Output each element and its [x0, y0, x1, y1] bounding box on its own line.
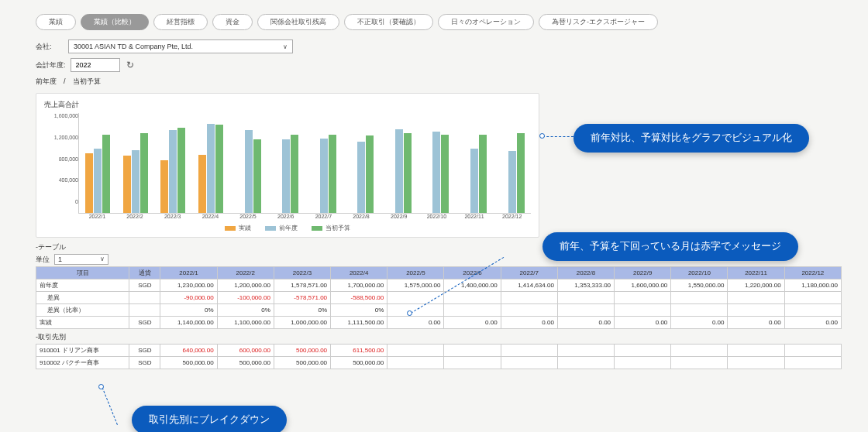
- col-header: 2022/2: [217, 267, 274, 279]
- cell: [557, 304, 614, 317]
- chart-plot: [78, 113, 531, 214]
- cell: 500,000.00: [160, 357, 217, 369]
- chart-y-axis: 1,600,0001,200,000800,000400,0000: [44, 113, 78, 214]
- bar: [432, 132, 440, 213]
- partner-table: 910001 ドリアン商事SGD640,000.00600,000.00500,…: [36, 344, 842, 369]
- bar: [140, 133, 148, 213]
- cell: 1,111,500.00: [331, 317, 388, 329]
- row-label: 差異: [36, 292, 129, 304]
- cell: 1,575,000.00: [388, 279, 444, 292]
- tab-6[interactable]: 日々のオペレーション: [438, 14, 534, 30]
- cell: 0.00: [557, 317, 614, 329]
- bar: [395, 129, 403, 213]
- col-header: 2022/1: [160, 267, 217, 279]
- partner-heading: -取引先別: [36, 332, 868, 342]
- bar: [253, 139, 261, 213]
- cell: 500,000.00: [331, 357, 388, 369]
- cell: [444, 345, 501, 357]
- cell: [388, 345, 444, 357]
- callout-graph: 前年対比、予算対比をグラフでビジュアル化: [574, 124, 809, 153]
- bar: [198, 155, 206, 213]
- cell: 500,000.00: [274, 345, 330, 357]
- cell: [728, 357, 784, 369]
- cell: [557, 357, 614, 369]
- col-header: 2022/5: [388, 267, 444, 279]
- bar: [366, 135, 374, 213]
- tab-1[interactable]: 業績（比較）: [81, 14, 149, 30]
- cell: 0.00: [671, 317, 728, 329]
- tab-4[interactable]: 関係会社取引残高: [257, 14, 339, 30]
- unit-label: 単位: [36, 255, 50, 265]
- col-header: 2022/10: [671, 267, 728, 279]
- bar: [207, 124, 215, 213]
- cell: 0.00: [784, 317, 841, 329]
- company-value: 30001 ASIAN TD & Company Pte, Ltd.: [74, 43, 193, 50]
- bar: [102, 135, 110, 213]
- cell: [784, 304, 841, 317]
- cell: 0.00: [388, 317, 444, 329]
- refresh-icon[interactable]: ↻: [126, 60, 134, 70]
- cell: 0.00: [615, 317, 671, 329]
- cell: [728, 345, 784, 357]
- cell: [444, 357, 501, 369]
- cell: [501, 357, 557, 369]
- cell: -90,000.00: [160, 292, 217, 304]
- bar: [404, 133, 412, 213]
- tab-5[interactable]: 不正取引（要確認）: [344, 14, 433, 30]
- bar: [479, 135, 487, 213]
- cell: -100,000.00: [217, 292, 274, 304]
- unit-value: 1: [58, 255, 62, 263]
- callout-dot: [407, 310, 412, 316]
- row-ccy: SGD: [129, 279, 160, 292]
- row-ccy: SGD: [129, 357, 160, 369]
- bar: [94, 149, 102, 213]
- company-select[interactable]: 30001 ASIAN TD & Company Pte, Ltd. ∨: [68, 39, 293, 53]
- cell: [501, 304, 557, 317]
- tab-0[interactable]: 業績: [36, 14, 76, 30]
- cell: [557, 292, 614, 304]
- bar: [291, 135, 298, 213]
- row-ccy: SGD: [129, 317, 160, 329]
- unit-select[interactable]: 1 ∨: [54, 254, 108, 265]
- cell: [784, 357, 841, 369]
- cell: 1,578,571.00: [274, 279, 330, 292]
- cell: 1,230,000.00: [160, 279, 217, 292]
- bar: [508, 151, 516, 213]
- bar: [282, 139, 290, 213]
- cell: 1,220,000.00: [728, 279, 784, 292]
- cell: [557, 345, 614, 357]
- cell: 1,400,000.00: [444, 279, 501, 292]
- bar: [441, 135, 449, 213]
- cell: 1,550,000.00: [671, 279, 728, 292]
- chart-title: 売上高合計: [44, 100, 531, 110]
- cell: -578,571.00: [274, 292, 330, 304]
- comparison-subline: 前年度 / 当初予算: [36, 77, 832, 87]
- bar: [169, 130, 177, 213]
- callout-leader: [542, 136, 574, 137]
- cell: [671, 357, 728, 369]
- cell: [728, 292, 784, 304]
- cell: 1,200,000.00: [217, 279, 274, 292]
- row-label: 910002 パクチー商事: [36, 357, 129, 369]
- chevron-down-icon: ∨: [283, 43, 288, 50]
- cell: [501, 292, 557, 304]
- col-header: 通貨: [129, 267, 160, 279]
- tab-2[interactable]: 経営指標: [153, 14, 208, 30]
- cell: 1,100,000.00: [217, 317, 274, 329]
- tab-bar: 業績業績（比較）経営指標資金関係会社取引残高不正取引（要確認）日々のオペレーショ…: [0, 0, 868, 39]
- cell: 600,000.00: [217, 345, 274, 357]
- partner-table-wrap: 910001 ドリアン商事SGD640,000.00600,000.00500,…: [36, 344, 842, 369]
- bar: [160, 160, 168, 213]
- cell: [728, 304, 784, 317]
- bar: [177, 128, 185, 213]
- cell: 1,353,333.00: [557, 279, 614, 292]
- cell: [444, 304, 501, 317]
- tab-7[interactable]: 為替リスク-エクスポージャー: [539, 14, 658, 30]
- cell: 0.00: [444, 317, 501, 329]
- bar: [329, 135, 336, 213]
- callout-breakdown: 取引先別にブレイクダウン: [132, 406, 287, 432]
- year-input[interactable]: [71, 58, 120, 72]
- tab-3[interactable]: 資金: [212, 14, 253, 30]
- bar: [245, 130, 253, 213]
- col-header: 2022/11: [728, 267, 784, 279]
